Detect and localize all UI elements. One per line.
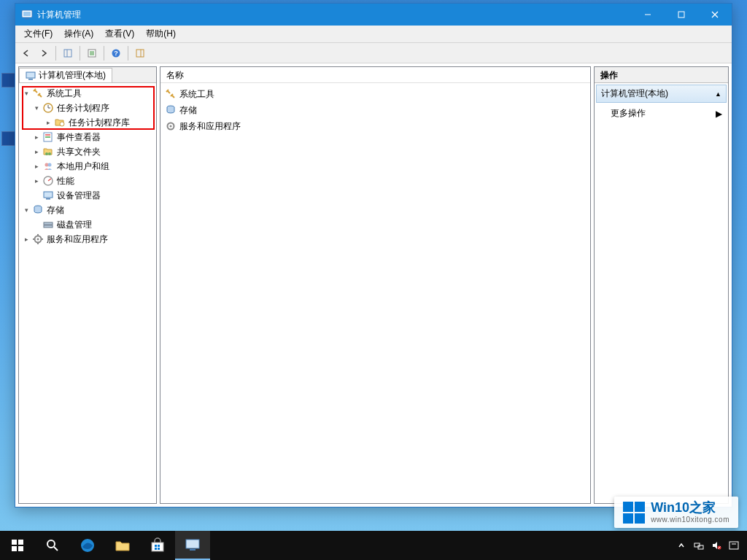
svg-rect-2 (25, 18, 29, 20)
taskbar (0, 531, 747, 560)
tree-root-tab[interactable]: 计算机管理(本地) (19, 68, 112, 82)
expander-icon[interactable]: ▾ (22, 89, 31, 98)
svg-rect-18 (28, 79, 33, 80)
tree-services-apps[interactable]: ▸ 服务和应用程序 (20, 232, 155, 246)
expander-icon[interactable]: ▾ (22, 206, 31, 214)
search-button[interactable] (35, 531, 70, 560)
expander-icon[interactable]: ▸ (32, 133, 41, 141)
expander-icon[interactable]: ▸ (32, 176, 41, 185)
tree-device-manager[interactable]: ▸ 设备管理器 (20, 188, 155, 203)
expander-icon[interactable]: ▾ (32, 104, 41, 112)
watermark-url: www.win10xitong.com (651, 516, 729, 524)
tree-performance[interactable]: ▸ 性能 (20, 174, 155, 188)
svg-rect-32 (44, 192, 53, 198)
close-button[interactable] (698, 4, 732, 26)
actions-context[interactable]: 计算机管理(本地) ▲ (596, 85, 727, 103)
storage-icon (165, 104, 177, 116)
svg-point-50 (47, 540, 55, 548)
tree-task-scheduler[interactable]: ▾ 任务计划程序 (20, 101, 155, 115)
menu-view[interactable]: 查看(V) (99, 26, 140, 42)
svg-rect-35 (44, 222, 53, 225)
tree-disk-management[interactable]: ▸ 磁盘管理 (20, 217, 155, 232)
storage-icon (32, 204, 44, 216)
maximize-button[interactable] (665, 4, 698, 26)
watermark-main: Win10之家 (651, 501, 729, 516)
tree-system-tools[interactable]: ▾ 系统工具 (20, 86, 155, 101)
start-button[interactable] (0, 531, 35, 560)
svg-rect-36 (44, 225, 53, 228)
svg-rect-64 (729, 542, 738, 549)
svg-line-31 (48, 179, 51, 181)
services-icon (32, 233, 44, 245)
services-icon (165, 120, 177, 132)
expander-icon[interactable]: ▸ (32, 147, 41, 156)
expander-icon[interactable]: ▸ (22, 235, 31, 244)
svg-rect-58 (186, 540, 199, 548)
svg-rect-46 (12, 540, 17, 545)
clock-icon (42, 102, 54, 114)
svg-rect-17 (26, 72, 35, 78)
list-item-system-tools[interactable]: 系统工具 (165, 86, 586, 102)
computer-icon (26, 71, 36, 81)
svg-point-22 (60, 122, 64, 126)
list-item-storage[interactable]: 存储 (165, 102, 586, 118)
tree-pane: 计算机管理(本地) ▾ 系统工具 ▾ 任务计划程序 ▸ 任务计划程序库 (18, 66, 157, 504)
menubar: 文件(F) 操作(A) 查看(V) 帮助(H) (15, 26, 732, 43)
collapse-icon: ▲ (715, 90, 721, 98)
taskbar-edge[interactable] (70, 531, 105, 560)
svg-rect-7 (64, 50, 71, 57)
tray-ime-icon[interactable] (728, 540, 740, 551)
back-button[interactable] (18, 45, 34, 61)
menu-help[interactable]: 帮助(H) (140, 26, 182, 42)
tree-root-label: 计算机管理(本地) (39, 69, 106, 82)
toolbar: ? (15, 43, 732, 63)
users-icon (42, 160, 54, 172)
chevron-right-icon: ▶ (716, 109, 722, 119)
svg-rect-47 (18, 540, 23, 545)
svg-rect-55 (158, 545, 160, 547)
tree-shared-folders[interactable]: ▸ 共享文件夹 (20, 144, 155, 159)
expander-icon[interactable]: ▸ (32, 162, 41, 171)
menu-action[interactable]: 操作(A) (58, 26, 99, 42)
performance-icon (42, 175, 54, 187)
svg-rect-57 (158, 548, 160, 550)
titlebar[interactable]: 计算机管理 (15, 4, 732, 26)
svg-text:?: ? (114, 50, 118, 57)
menu-file[interactable]: 文件(F) (18, 26, 58, 42)
tray-network-icon[interactable] (693, 540, 705, 551)
tray-chevron-icon[interactable] (676, 540, 687, 551)
tree-local-users[interactable]: ▸ 本地用户和组 (20, 159, 155, 174)
tree-event-viewer[interactable]: ▸ 事件查看器 (20, 130, 155, 144)
tree-task-scheduler-library[interactable]: ▸ 任务计划程序库 (20, 115, 155, 130)
system-tray[interactable] (676, 540, 747, 551)
svg-point-27 (48, 152, 51, 155)
tray-volume-icon[interactable] (711, 540, 722, 551)
svg-point-45 (170, 125, 172, 128)
svg-point-26 (45, 152, 48, 155)
svg-rect-33 (46, 198, 50, 200)
minimize-button[interactable] (631, 4, 665, 26)
actions-more[interactable]: 更多操作 ▶ (595, 104, 728, 122)
properties-button[interactable] (84, 45, 100, 61)
svg-rect-1 (23, 12, 31, 16)
tree-storage[interactable]: ▾ 存储 (20, 203, 155, 217)
taskbar-explorer[interactable] (105, 531, 140, 560)
show-hide-tree-button[interactable] (60, 45, 76, 61)
svg-rect-25 (45, 136, 50, 138)
device-manager-icon (42, 190, 54, 201)
list-item-services-apps[interactable]: 服务和应用程序 (165, 118, 586, 134)
show-hide-action-button[interactable] (132, 45, 148, 61)
svg-point-38 (37, 238, 39, 241)
column-header-name[interactable]: 名称 (160, 67, 590, 83)
disk-mgmt-icon (42, 219, 54, 230)
svg-rect-59 (190, 549, 196, 551)
help-button[interactable]: ? (108, 45, 124, 61)
forward-button[interactable] (36, 45, 52, 61)
expander-icon[interactable]: ▸ (44, 118, 53, 127)
taskbar-computer-management[interactable] (175, 531, 210, 560)
taskbar-store[interactable] (140, 531, 175, 560)
actions-pane: 操作 计算机管理(本地) ▲ 更多操作 ▶ (594, 66, 729, 504)
windows-logo-icon (623, 502, 645, 524)
svg-rect-24 (45, 134, 50, 136)
tools-icon (165, 88, 177, 100)
